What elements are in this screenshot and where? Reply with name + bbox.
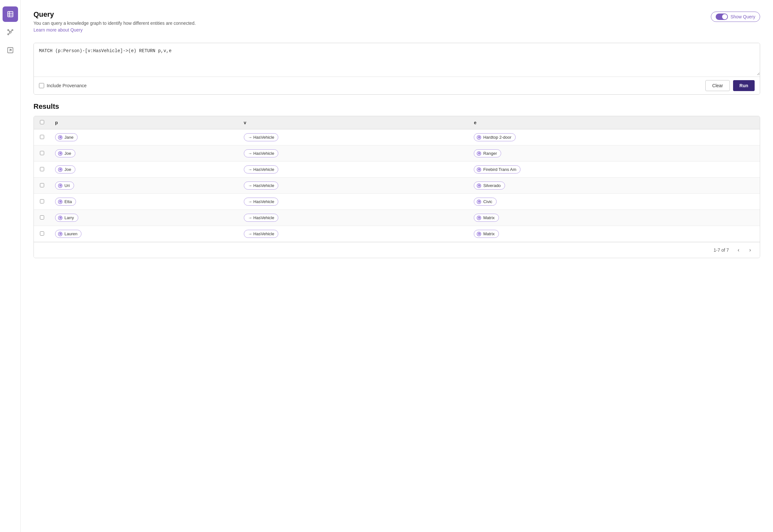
relation-text: → HasVehicle [248, 199, 275, 204]
cell-e: Matrix [469, 210, 760, 226]
entity-pill: Civic [474, 198, 496, 206]
toggle-switch [716, 14, 728, 20]
svg-point-5 [7, 30, 9, 31]
entity-pill: Ranger [474, 149, 501, 157]
row-checkbox[interactable] [40, 167, 44, 171]
cell-v: → HasVehicle [239, 162, 469, 178]
cell-p: Joe [50, 162, 239, 178]
entity-pill: Firebird Trans Am [474, 165, 520, 173]
person-pill: Joe [55, 149, 75, 157]
row-checkbox-cell [34, 210, 50, 226]
person-pill: Joe [55, 165, 75, 173]
entity-dot [477, 135, 481, 140]
include-provenance-checkbox[interactable] [39, 83, 44, 88]
table-row: Joe → HasVehicle Firebird Trans Am [34, 162, 760, 178]
entity-name: Hardtop 2-door [483, 135, 511, 140]
show-query-toggle[interactable]: Show Query [711, 12, 760, 22]
cell-v: → HasVehicle [239, 194, 469, 210]
row-checkbox[interactable] [40, 183, 44, 187]
table-row: Jane → HasVehicle Hardtop 2-door [34, 129, 760, 145]
table-row: Larry → HasVehicle Matrix [34, 210, 760, 226]
table-row: Joe → HasVehicle Ranger [34, 145, 760, 162]
table-row: Lauren → HasVehicle Matrix [34, 226, 760, 242]
relation-pill: → HasVehicle [244, 133, 279, 141]
pagination-nav: ‹ › [734, 246, 755, 255]
entity-dot [477, 151, 481, 156]
row-checkbox[interactable] [40, 199, 44, 203]
cell-p: Joe [50, 145, 239, 162]
next-page-button[interactable]: › [746, 246, 755, 255]
row-checkbox-cell [34, 162, 50, 178]
svg-line-8 [9, 31, 10, 32]
cell-p: Lauren [50, 226, 239, 242]
entity-name: Firebird Trans Am [483, 167, 516, 172]
entity-name: Ranger [483, 151, 497, 156]
toggle-label: Show Query [731, 14, 755, 19]
row-checkbox-cell [34, 194, 50, 210]
include-provenance-label[interactable]: Include Provenance [39, 83, 87, 88]
relation-text: → HasVehicle [248, 183, 275, 188]
entity-name: Matrix [483, 231, 494, 236]
relation-text: → HasVehicle [248, 231, 275, 236]
person-pill: Jane [55, 133, 78, 141]
sidebar-item-graph[interactable] [3, 24, 18, 40]
col-p: p [50, 116, 239, 129]
person-dot [58, 151, 62, 156]
person-pill: Larry [55, 214, 78, 222]
svg-line-10 [9, 33, 10, 34]
cell-p: Etta [50, 194, 239, 210]
relation-pill: → HasVehicle [244, 214, 279, 222]
cell-v: → HasVehicle [239, 178, 469, 194]
prev-page-button[interactable]: ‹ [734, 246, 743, 255]
relation-pill: → HasVehicle [244, 165, 279, 173]
person-dot [58, 216, 62, 220]
row-checkbox-cell [34, 178, 50, 194]
entity-name: Civic [483, 199, 492, 204]
query-title: Query [33, 10, 196, 19]
entity-pill: Matrix [474, 230, 498, 238]
pagination-range: 1-7 of 7 [714, 247, 729, 253]
person-pill: Uri [55, 182, 74, 190]
table-row: Uri → HasVehicle Silverado [34, 178, 760, 194]
table-header: p v e [34, 116, 760, 129]
row-checkbox[interactable] [40, 231, 44, 236]
sidebar-item-export[interactable] [3, 42, 18, 58]
cell-p: Larry [50, 210, 239, 226]
results-tbody: Jane → HasVehicle Hardtop 2-door Joe → H… [34, 129, 760, 242]
clear-button[interactable]: Clear [705, 80, 730, 91]
query-header-left: Query You can query a knowledge graph to… [33, 10, 196, 38]
svg-point-6 [12, 30, 13, 31]
svg-line-9 [11, 31, 12, 32]
entity-pill: Silverado [474, 182, 505, 190]
person-name: Etta [64, 199, 72, 204]
relation-text: → HasVehicle [248, 215, 275, 220]
run-button[interactable]: Run [733, 80, 755, 91]
entity-dot [477, 232, 481, 236]
learn-more-link[interactable]: Learn more about Query [33, 27, 83, 33]
relation-pill: → HasVehicle [244, 182, 279, 190]
cell-e: Hardtop 2-door [469, 129, 760, 145]
query-input[interactable] [34, 43, 760, 75]
query-footer: Include Provenance Clear Run [34, 77, 760, 94]
entity-dot [477, 216, 481, 220]
graph-icon [7, 29, 14, 36]
person-dot [58, 200, 62, 204]
entity-name: Matrix [483, 215, 494, 220]
row-checkbox[interactable] [40, 215, 44, 219]
col-v: v [239, 116, 469, 129]
sidebar-item-table[interactable] [3, 6, 18, 22]
svg-rect-0 [7, 12, 13, 17]
relation-text: → HasVehicle [248, 135, 275, 140]
query-description: You can query a knowledge graph to ident… [33, 21, 196, 26]
row-checkbox[interactable] [40, 151, 44, 155]
entity-pill: Matrix [474, 214, 498, 222]
relation-pill: → HasVehicle [244, 230, 279, 238]
row-checkbox[interactable] [40, 135, 44, 139]
query-actions: Clear Run [705, 80, 755, 91]
person-dot [58, 183, 62, 188]
select-all-checkbox[interactable] [40, 120, 44, 124]
table-header-row: p v e [34, 116, 760, 129]
cell-e: Firebird Trans Am [469, 162, 760, 178]
col-checkbox [34, 116, 50, 129]
include-provenance-text: Include Provenance [47, 83, 87, 88]
